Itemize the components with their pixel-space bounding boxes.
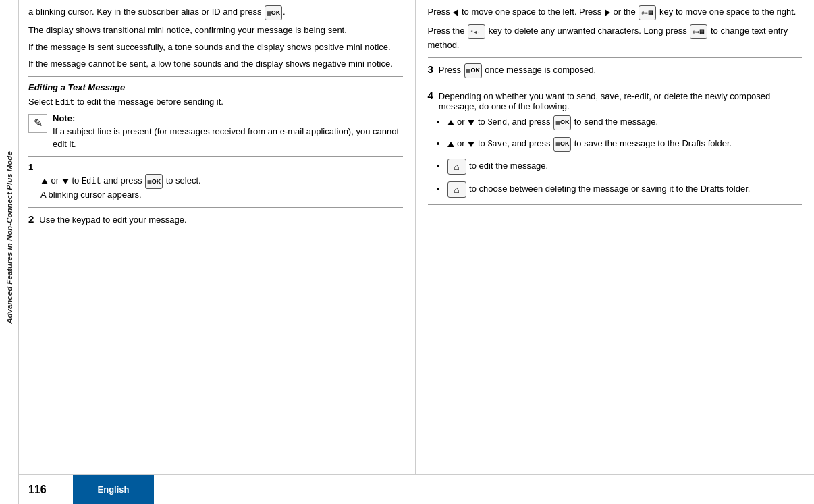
intro-p1: a blinking cursor. Key in the subscriber… [28,5,403,20]
ok-button-icon-1: ▦ OK [265,5,282,20]
divider-right-1 [428,57,803,58]
star-back-icon: *◄ ← [468,24,485,39]
ok-button-icon-5: ▦ OK [553,137,571,152]
sidebar: Advanced Features in Non-Connect Plus Mo… [0,0,19,504]
hash-ok-icon-1: #⇒ ▤ [639,5,656,20]
intro-p2: The display shows transitional mini noti… [28,24,403,37]
note-body: If a subject line is present (for messag… [53,126,399,149]
note-box: ✎ Note: If a subject line is present (fo… [28,113,403,151]
page-container: Advanced Features in Non-Connect Plus Mo… [0,0,814,504]
right-column: Press to move one space to the left. Pre… [416,0,815,474]
main-content: a blinking cursor. Key in the subscriber… [19,0,814,504]
editing-section-heading: Editing a Text Message [28,82,403,92]
right-intro-p1: Press to move one space to the left. Pre… [428,5,803,20]
divider-1 [28,76,403,77]
arrow-down-icon-1 [62,179,69,184]
left-column: a blinking cursor. Key in the subscriber… [19,0,416,474]
divider-right-2 [428,84,803,84]
intro-p3: If the message is sent successfully, a t… [28,41,403,54]
divider-right-3 [428,204,803,205]
step-4-number: 4 [428,90,433,101]
arrow-up-icon-3 [447,142,454,147]
bullet-edit: ⌂ to edit the message. [447,159,803,175]
bullet-save: or to Save, and press ▦ OK to save the m… [447,137,803,152]
arrow-right-icon [605,9,610,16]
columns: a blinking cursor. Key in the subscriber… [19,0,814,474]
ok-button-icon-3: ▦ OK [464,63,482,78]
step-3-number: 3 [428,63,433,75]
arrow-down-icon-3 [468,142,474,147]
step-1-content: or to Edit and press ▦ OK to select. A b… [40,174,403,202]
ok-button-icon-4: ▦ OK [553,115,571,130]
intro-p4: If the message cannot be sent, a low ton… [28,58,403,71]
step-2-row: 2 Use the keypad to edit your message. [28,213,403,227]
sidebar-label-container: Advanced Features in Non-Connect Plus Mo… [0,0,19,474]
step-4-bullets: or to Send, and press ▦ OK to send the m… [447,115,803,198]
language-tab[interactable]: English [73,475,154,504]
back-home-icon-1: ⌂ [447,159,466,175]
arrow-up-icon-1 [41,179,48,184]
select-text: Select Edit to edit the message before s… [28,96,403,109]
note-title: Note: [53,113,75,123]
sidebar-label: Advanced Features in Non-Connect Plus Mo… [5,151,13,324]
note-icon: ✎ [28,114,47,133]
divider-2 [28,156,403,157]
page-number: 116 [19,475,73,504]
hash-ok-icon-2: #⇒ ▤ [690,24,707,39]
step-1-number: 1 [28,162,403,172]
bottom-bar: 116 English [19,474,814,504]
step-3-row: 3 Press ▦ OK once message is composed. [428,63,803,78]
ok-button-icon-2: ▦ OK [145,174,163,189]
step-2-number: 2 [28,213,34,225]
arrow-up-icon-2 [447,120,454,125]
step-4-text: Depending on whether you want to send, s… [439,91,802,111]
arrow-down-icon-2 [468,120,474,125]
bullet-send: or to Send, and press ▦ OK to send the m… [447,115,803,130]
back-home-icon-2: ⌂ [447,181,466,198]
right-intro-p2: Press the *◄ ← key to delete any unwante… [428,24,803,52]
divider-3 [28,207,403,208]
step-4-row: 4 Depending on whether you want to send,… [428,90,803,111]
note-content: Note: If a subject line is present (for … [53,113,403,151]
bullet-delete: ⌂ to choose between deleting the message… [447,181,803,198]
arrow-left-icon [453,9,458,16]
step-2-text: Use the keypad to edit your message. [39,215,186,225]
step-3-text: Press ▦ OK once message is composed. [439,63,596,78]
